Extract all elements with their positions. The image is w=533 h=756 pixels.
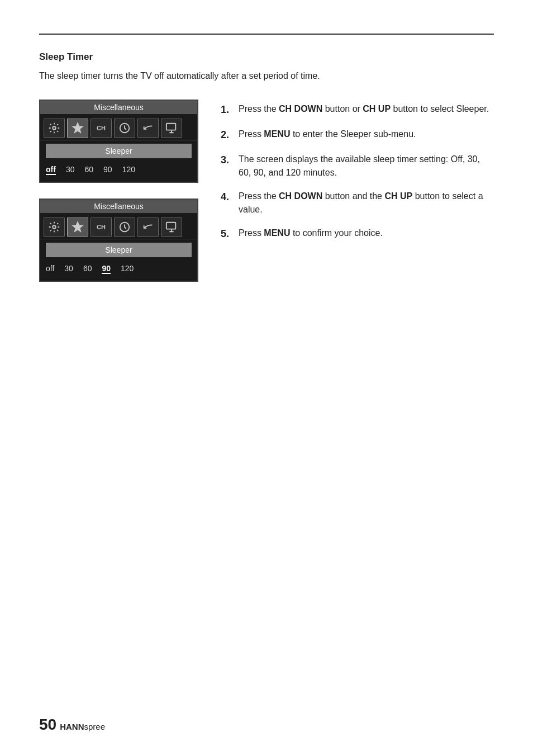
svg-marker-5 bbox=[73, 222, 83, 231]
step-text-5: Press MENU to confirm your choice. bbox=[239, 226, 494, 242]
value-120-2: 120 bbox=[121, 264, 134, 274]
clock-icon-2 bbox=[114, 218, 135, 237]
tv-menu-title-1: Miscellaneous bbox=[40, 101, 197, 114]
tv-menu-values-2: off 30 60 90 120 bbox=[40, 261, 197, 275]
steps-column: 1. Press the CH DOWN button or CH UP but… bbox=[221, 100, 494, 252]
ch-up-bold-1: CH UP bbox=[363, 104, 391, 114]
favorite-icon-2 bbox=[67, 218, 88, 237]
screen-icon-2 bbox=[161, 218, 182, 237]
ch-up-bold-4: CH UP bbox=[384, 191, 412, 201]
value-30-1: 30 bbox=[66, 165, 75, 175]
value-off-2: off bbox=[46, 264, 54, 274]
tv-menu-item-2: Sleeper bbox=[46, 243, 192, 257]
step-text-4: Press the CH DOWN button and the CH UP b… bbox=[239, 190, 494, 216]
return-icon-2 bbox=[137, 218, 159, 237]
value-60-1: 60 bbox=[84, 165, 93, 175]
page-number: 50 bbox=[39, 716, 56, 734]
tv-menu-2: Miscellaneous CH bbox=[39, 199, 198, 282]
value-60-2: 60 bbox=[83, 264, 92, 274]
section-title: Sleep Timer bbox=[39, 51, 494, 63]
favorite-icon bbox=[67, 119, 88, 138]
tv-menu-icons-1: CH bbox=[40, 116, 197, 140]
channel-icon-2: CH bbox=[91, 218, 112, 237]
settings-icon bbox=[44, 119, 65, 138]
step-num-5: 5. bbox=[221, 226, 233, 242]
svg-marker-1 bbox=[73, 123, 83, 133]
ch-down-bold-4: CH DOWN bbox=[279, 191, 322, 201]
tv-menu-title-2: Miscellaneous bbox=[40, 200, 197, 213]
svg-rect-3 bbox=[166, 124, 176, 130]
content-row: Miscellaneous bbox=[39, 100, 494, 282]
brand-hann: HANN bbox=[60, 722, 84, 731]
top-rule bbox=[39, 34, 494, 35]
tv-menu-1: Miscellaneous bbox=[39, 100, 198, 183]
svg-point-4 bbox=[53, 225, 56, 229]
step-text-3: The screen displays the available sleep … bbox=[239, 153, 494, 179]
footer: 50 HANNspree bbox=[39, 716, 105, 734]
images-column: Miscellaneous bbox=[39, 100, 198, 282]
value-off-1: off bbox=[46, 165, 56, 175]
ch-down-bold-1: CH DOWN bbox=[279, 104, 322, 114]
brand-spree: spree bbox=[84, 722, 106, 731]
intro-text: The sleep timer turns the TV off automat… bbox=[39, 69, 430, 83]
screen-icon bbox=[161, 119, 182, 138]
step-4: 4. Press the CH DOWN button and the CH U… bbox=[221, 190, 494, 216]
menu-bold-2: MENU bbox=[264, 129, 290, 139]
step-1: 1. Press the CH DOWN button or CH UP but… bbox=[221, 102, 494, 117]
step-num-1: 1. bbox=[221, 102, 233, 117]
tv-menu-icons-2: CH bbox=[40, 215, 197, 239]
value-90-1: 90 bbox=[103, 165, 112, 175]
return-icon bbox=[137, 119, 159, 138]
step-3: 3. The screen displays the available sle… bbox=[221, 153, 494, 179]
step-num-2: 2. bbox=[221, 127, 233, 143]
menu-bold-5: MENU bbox=[264, 228, 290, 238]
page-wrapper: Sleep Timer The sleep timer turns the TV… bbox=[0, 0, 533, 315]
svg-point-0 bbox=[53, 126, 56, 130]
clock-icon bbox=[114, 119, 135, 138]
tv-menu-item-1: Sleeper bbox=[46, 144, 192, 158]
step-2: 2. Press MENU to enter the Sleeper sub-m… bbox=[221, 127, 494, 143]
value-120-1: 120 bbox=[122, 165, 135, 175]
step-num-3: 3. bbox=[221, 153, 233, 179]
value-90-2: 90 bbox=[102, 264, 111, 274]
step-5: 5. Press MENU to confirm your choice. bbox=[221, 226, 494, 242]
brand-name: HANNspree bbox=[60, 722, 105, 731]
tv-menu-values-1: off 30 60 90 120 bbox=[40, 162, 197, 176]
step-text-2: Press MENU to enter the Sleeper sub-menu… bbox=[239, 127, 494, 143]
steps-list: 1. Press the CH DOWN button or CH UP but… bbox=[221, 102, 494, 242]
step-text-1: Press the CH DOWN button or CH UP button… bbox=[239, 102, 494, 117]
value-30-2: 30 bbox=[64, 264, 73, 274]
channel-icon: CH bbox=[91, 119, 112, 138]
svg-rect-7 bbox=[166, 223, 176, 229]
settings-icon-2 bbox=[44, 218, 65, 237]
step-num-4: 4. bbox=[221, 190, 233, 216]
